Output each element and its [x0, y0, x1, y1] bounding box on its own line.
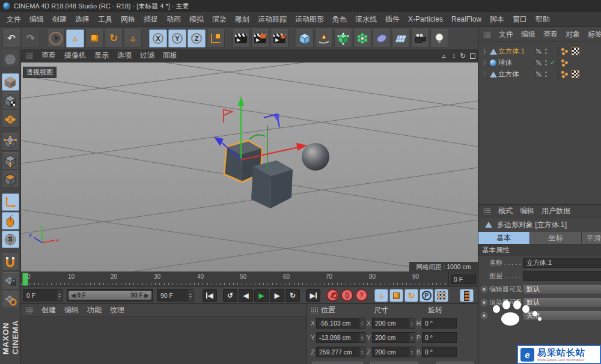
menu-create[interactable]: 创建	[48, 12, 71, 26]
coordinate-system-button[interactable]	[207, 29, 225, 47]
radio-icon[interactable]	[481, 299, 487, 306]
clipped-button[interactable]	[312, 362, 363, 364]
menu-motion-tracker[interactable]: 运动跟踪	[254, 12, 291, 26]
object-name[interactable]: 立方体	[498, 70, 535, 79]
radio-icon[interactable]	[481, 286, 487, 293]
size-z-field[interactable]: 200 cm	[372, 347, 409, 357]
stepper-icon[interactable]	[359, 347, 365, 357]
menu-script[interactable]: 脚本	[486, 12, 508, 26]
object-row-cube1[interactable]: ├ 立方体.1	[478, 46, 601, 57]
viewport-canvas[interactable]: 透视视图	[21, 62, 478, 271]
enable-snap-button[interactable]: S	[2, 231, 19, 248]
layer-swatch[interactable]	[535, 59, 542, 66]
uvw-tag-icon[interactable]	[572, 47, 579, 55]
gizmo-plane-handle-y[interactable]	[249, 135, 265, 139]
phong-tag-icon[interactable]	[561, 47, 569, 55]
points-mode-button[interactable]	[2, 133, 19, 151]
visibility-dots-icon[interactable]	[545, 71, 548, 78]
stepper-icon[interactable]	[359, 332, 365, 343]
view-label[interactable]: 透视视图	[23, 67, 56, 78]
use-color-dropdown[interactable]: 关闭	[523, 311, 601, 321]
menu-animate[interactable]: 动画	[162, 12, 185, 26]
scale-tool-button[interactable]	[85, 29, 103, 47]
viewport-menu-options[interactable]: 选项	[117, 50, 132, 61]
toggle-view-icon[interactable]	[470, 53, 475, 59]
om-menu-tags[interactable]: 标签	[588, 29, 601, 40]
menu-file[interactable]: 文件	[2, 12, 25, 26]
size-y-field[interactable]: 200 cm	[372, 332, 409, 343]
tab-coordinates[interactable]: 坐标	[530, 232, 582, 244]
gizmo-z-axis[interactable]	[214, 137, 224, 146]
range-start-handle[interactable]: ◀ 0 F	[71, 292, 86, 299]
pos-y-field[interactable]: -13.098 cm	[316, 332, 359, 343]
next-frame-button[interactable]: ▶	[270, 289, 284, 302]
rotate-view-icon[interactable]: ↻	[460, 52, 466, 59]
materials-menu-edit[interactable]: 编辑	[64, 305, 79, 315]
visibility-dots-icon[interactable]	[545, 59, 548, 67]
stepper-icon[interactable]	[409, 332, 415, 343]
stepper-icon[interactable]	[409, 347, 415, 357]
name-field[interactable]: 立方体.1	[523, 258, 601, 268]
lock-workplane-button[interactable]	[2, 272, 19, 290]
materials-menu-create[interactable]: 创建	[41, 305, 56, 315]
range-slider-bar[interactable]: ◀ 0 F 90 F ▶	[69, 291, 151, 300]
am-menu-edit[interactable]: 编辑	[520, 206, 534, 216]
layer-field[interactable]	[523, 271, 601, 281]
object-row-cube[interactable]: └ 立方体	[478, 68, 601, 80]
menu-select[interactable]: 选择	[71, 12, 94, 26]
size-x-field[interactable]: 200 cm	[372, 318, 409, 329]
goto-end-button[interactable]: ▶	[306, 289, 320, 302]
lock-y-axis-button[interactable]: Y	[168, 29, 186, 47]
clipped-button[interactable]	[436, 362, 474, 364]
viewport-menu-cameras[interactable]: 摄像机	[64, 50, 86, 61]
move-tool-button[interactable]: ↔↕	[66, 29, 84, 47]
layer-swatch[interactable]	[535, 71, 542, 77]
subdivision-surface-button[interactable]	[334, 29, 352, 47]
autokeying-button[interactable]: ()	[341, 289, 353, 302]
light-object-button[interactable]	[430, 29, 448, 47]
timeline-ruler[interactable]: 0 10 20 30 40 50 60 70 80 90	[21, 271, 448, 287]
spline-pen-button[interactable]	[315, 29, 333, 47]
panel-drag-handle[interactable]	[25, 52, 33, 59]
cube-primitive-button[interactable]	[296, 29, 314, 47]
gizmo-plane-handle-x[interactable]	[224, 109, 232, 123]
rot-b-field[interactable]: 0 °	[422, 347, 457, 357]
phong-tag-icon[interactable]	[561, 70, 569, 78]
dolly-view-icon[interactable]: ↕	[452, 52, 456, 59]
range-end-handle[interactable]: 90 F ▶	[131, 292, 150, 299]
record-rotation-button[interactable]: ↻	[404, 289, 418, 302]
menu-plugins[interactable]: 插件	[381, 12, 404, 26]
record-scale-button[interactable]	[389, 289, 403, 302]
menu-window[interactable]: 窗口	[508, 12, 531, 26]
goto-start-button[interactable]: ◀	[203, 289, 217, 302]
clipped-button[interactable]	[370, 362, 418, 364]
rot-p-field[interactable]: 0 °	[422, 332, 457, 343]
camera-object-button[interactable]	[411, 29, 429, 47]
editor-visibility-dropdown[interactable]: 默认	[523, 284, 601, 294]
tab-phong[interactable]: 平滑着色	[582, 232, 601, 244]
live-selection-button[interactable]: ➤	[47, 29, 65, 47]
workplane-mode-button[interactable]	[2, 111, 19, 128]
workplane-snap-button[interactable]	[2, 291, 19, 308]
stepper-icon[interactable]	[409, 318, 415, 329]
materials-list-empty[interactable]	[21, 317, 307, 364]
keyframe-selection-button[interactable]: ?	[355, 289, 368, 302]
record-parameter-button[interactable]: P	[419, 289, 433, 302]
om-menu-file[interactable]: 文件	[499, 29, 513, 40]
model-mode-button[interactable]	[2, 73, 19, 91]
panel-drag-handle[interactable]	[311, 307, 319, 314]
current-frame-field[interactable]: 0 F	[451, 275, 476, 284]
lock-x-axis-button[interactable]: X	[149, 29, 167, 47]
texture-mode-button[interactable]	[2, 92, 19, 109]
menu-mesh[interactable]: 网格	[117, 12, 139, 26]
render-view-button[interactable]: ▶	[232, 29, 250, 47]
menu-snap[interactable]: 捕捉	[139, 12, 162, 26]
object-name[interactable]: 立方体.1	[498, 47, 535, 56]
basic-properties-section[interactable]: 基本属性	[478, 244, 601, 256]
lock-z-axis-button[interactable]: Z	[188, 29, 206, 47]
stepper-icon[interactable]	[56, 290, 63, 301]
viewport-menu-filter[interactable]: 过滤	[140, 50, 154, 61]
layer-swatch[interactable]	[535, 48, 542, 55]
menu-pipeline[interactable]: 流水线	[351, 12, 381, 26]
menu-xparticles[interactable]: X-Particles	[404, 12, 447, 26]
